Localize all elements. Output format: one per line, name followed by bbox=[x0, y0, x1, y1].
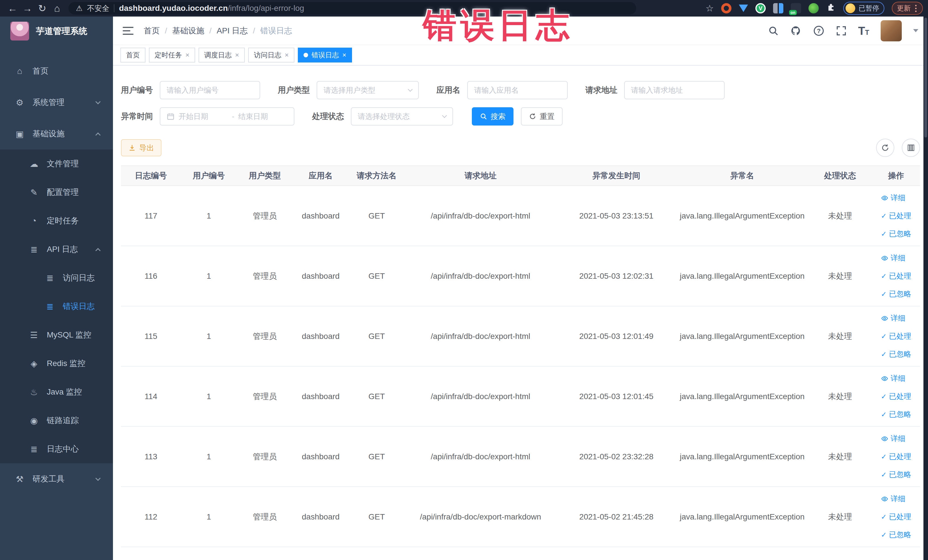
ignored-link[interactable]: ✓已忽略 bbox=[881, 409, 911, 420]
export-button[interactable]: 导出 bbox=[121, 139, 162, 156]
date-start-input[interactable] bbox=[179, 112, 228, 121]
sidebar-item-java-monitor[interactable]: ♨Java 监控 bbox=[0, 378, 113, 406]
detail-link[interactable]: 详细 bbox=[881, 253, 911, 263]
ext-orange-icon[interactable] bbox=[721, 3, 731, 14]
tab-close-icon[interactable]: × bbox=[342, 51, 346, 59]
sidebar-item-trace[interactable]: ◉链路追踪 bbox=[0, 406, 113, 435]
request-url-input[interactable] bbox=[624, 81, 725, 99]
avatar-caret-icon[interactable] bbox=[913, 29, 918, 32]
profile-chip[interactable]: 已暂停 bbox=[843, 2, 884, 15]
status-select[interactable]: 请选择处理状态 bbox=[351, 107, 453, 125]
tab-close-icon[interactable]: × bbox=[185, 51, 189, 59]
reload-button[interactable]: ↻ bbox=[35, 0, 50, 17]
user-id-input[interactable] bbox=[160, 81, 260, 99]
cell-app: dashboard bbox=[293, 246, 349, 306]
detail-link[interactable]: 详细 bbox=[881, 494, 911, 504]
avatar[interactable] bbox=[881, 20, 902, 41]
bookmark-star-icon[interactable]: ☆ bbox=[705, 3, 714, 14]
github-icon[interactable] bbox=[790, 25, 801, 37]
ignored-link[interactable]: ✓已忽略 bbox=[881, 289, 911, 299]
cell-method: GET bbox=[349, 366, 404, 426]
reset-button[interactable]: 重置 bbox=[521, 107, 563, 125]
address-bar[interactable]: ⚠ 不安全 dashboard.yudao.iocoder.cn/infra/l… bbox=[69, 2, 636, 15]
sidebar-item-file-mgmt[interactable]: ☁文件管理 bbox=[0, 150, 113, 178]
logo[interactable]: 芋道管理系统 bbox=[0, 17, 113, 46]
home-button[interactable]: ⌂ bbox=[50, 0, 64, 17]
scrollbar-thumb[interactable] bbox=[924, 18, 927, 137]
columns-circle-button[interactable] bbox=[902, 139, 920, 157]
row-actions: 详细✓已处理✓已忽略 bbox=[881, 193, 911, 239]
tab-close-icon[interactable]: × bbox=[235, 51, 239, 59]
cell-empty bbox=[404, 547, 556, 558]
tab-错误日志[interactable]: 错误日志× bbox=[298, 48, 352, 63]
help-icon[interactable]: ? bbox=[813, 25, 824, 37]
cell-empty bbox=[293, 547, 349, 558]
ignored-link[interactable]: ✓已忽略 bbox=[881, 470, 911, 479]
sidebar-item-scheduled-jobs[interactable]: ◔定时任务 bbox=[0, 206, 113, 235]
search-button[interactable]: 搜索 bbox=[472, 107, 513, 125]
tab-close-icon[interactable]: × bbox=[285, 51, 289, 59]
sidebar-item-access-log[interactable]: ≣访问日志 bbox=[0, 264, 113, 292]
breadcrumb-item[interactable]: 首页 bbox=[144, 25, 160, 36]
sidebar-toggle-icon[interactable] bbox=[123, 27, 133, 35]
breadcrumb-item[interactable]: 基础设施 bbox=[172, 25, 204, 36]
back-button[interactable]: ← bbox=[5, 0, 20, 17]
sidebar-item-api-log[interactable]: ≣API 日志 bbox=[0, 235, 113, 264]
app-name-field[interactable] bbox=[474, 86, 561, 95]
cell-url: /api/infra/db-doc/export-html bbox=[404, 246, 556, 306]
detail-link[interactable]: 详细 bbox=[881, 433, 911, 444]
sidebar-item-log-center[interactable]: ≣日志中心 bbox=[0, 435, 113, 463]
font-size-icon[interactable]: TT bbox=[858, 25, 869, 37]
ext-plant-icon[interactable] bbox=[809, 3, 819, 14]
refresh-circle-button[interactable] bbox=[876, 139, 894, 157]
sidebar-item-config-mgmt[interactable]: ✎配置管理 bbox=[0, 178, 113, 206]
breadcrumb-item[interactable]: API 日志 bbox=[217, 25, 248, 36]
detail-link[interactable]: 详细 bbox=[881, 193, 911, 203]
sidebar-item-redis-monitor[interactable]: ◈Redis 监控 bbox=[0, 349, 113, 378]
scrollbar[interactable] bbox=[923, 17, 928, 560]
refresh-icon bbox=[881, 143, 890, 152]
update-chip[interactable]: 更新 bbox=[892, 2, 923, 15]
ext-onoff-icon[interactable]: on bbox=[791, 3, 801, 14]
forward-button[interactable]: → bbox=[20, 0, 35, 17]
cell-user-id: 1 bbox=[181, 426, 237, 487]
processed-link[interactable]: ✓已处理 bbox=[881, 271, 911, 281]
ext-green-v-icon[interactable]: V bbox=[756, 3, 766, 14]
sidebar-item-infrastructure[interactable]: ▣基础设施 bbox=[0, 118, 113, 150]
action-label: 已处理 bbox=[889, 271, 911, 281]
ext-grid-icon[interactable] bbox=[773, 3, 783, 14]
sidebar-item-error-log[interactable]: ≣错误日志 bbox=[0, 292, 113, 320]
processed-link[interactable]: ✓已处理 bbox=[881, 452, 911, 462]
processed-link[interactable]: ✓已处理 bbox=[881, 512, 911, 522]
fullscreen-icon[interactable] bbox=[836, 25, 847, 36]
tab-定时任务[interactable]: 定时任务× bbox=[149, 48, 195, 63]
tab-访问日志[interactable]: 访问日志× bbox=[248, 48, 295, 63]
date-end-input[interactable] bbox=[238, 112, 288, 121]
ignored-link[interactable]: ✓已忽略 bbox=[881, 349, 911, 359]
detail-link[interactable]: 详细 bbox=[881, 313, 911, 323]
ignored-link[interactable]: ✓已忽略 bbox=[881, 229, 911, 239]
sidebar-item-mysql-monitor[interactable]: ☰MySQL 监控 bbox=[0, 320, 113, 349]
detail-link[interactable]: 详细 bbox=[881, 374, 911, 383]
processed-link[interactable]: ✓已处理 bbox=[881, 211, 911, 221]
user-type-select[interactable]: 请选择用户类型 bbox=[317, 81, 419, 99]
processed-link[interactable]: ✓已处理 bbox=[881, 331, 911, 341]
sidebar-item-dev-tools[interactable]: ⚒研发工具 bbox=[0, 463, 113, 495]
sidebar-item-system-mgmt[interactable]: ⚙系统管理 bbox=[0, 87, 113, 118]
cell-user-id: 1 bbox=[181, 366, 237, 426]
ignored-link[interactable]: ✓已忽略 bbox=[881, 530, 911, 540]
user-id-field[interactable] bbox=[166, 86, 253, 95]
puzzle-icon[interactable] bbox=[826, 3, 836, 13]
ext-shield-icon[interactable] bbox=[739, 5, 748, 12]
select-placeholder: 请选择处理状态 bbox=[358, 111, 439, 122]
tab-调度日志[interactable]: 调度日志× bbox=[198, 48, 245, 63]
sidebar-item-home[interactable]: ⌂首页 bbox=[0, 55, 113, 87]
search-icon[interactable] bbox=[768, 25, 779, 36]
date-range-picker[interactable]: - bbox=[160, 107, 295, 125]
tab-首页[interactable]: 首页 bbox=[121, 48, 145, 63]
security-warning-icon[interactable]: ⚠ bbox=[76, 4, 82, 13]
processed-link[interactable]: ✓已处理 bbox=[881, 391, 911, 401]
kebab-menu-icon[interactable] bbox=[914, 5, 918, 12]
app-name-input[interactable] bbox=[467, 81, 568, 99]
request-url-field[interactable] bbox=[631, 86, 718, 95]
